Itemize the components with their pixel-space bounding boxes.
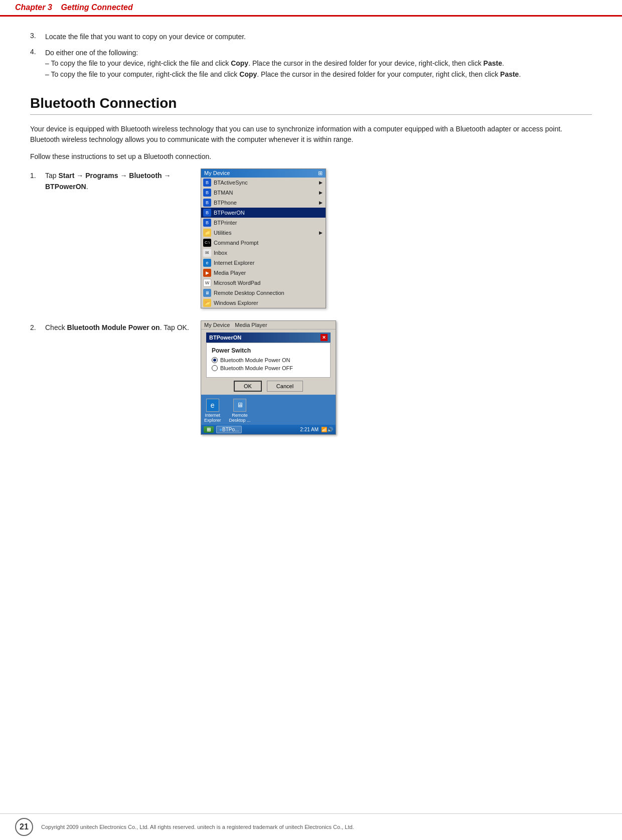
page-container: Chapter 3 Getting Connected 3. Locate th… (0, 0, 622, 840)
menu-item-utilities[interactable]: 📁 Utilities ▶ (201, 228, 326, 238)
bt-icon-btpoweron: B (203, 209, 211, 217)
sc2-radio-row-on[interactable]: Bluetooth Module Power ON (212, 357, 325, 363)
menu-item-btman[interactable]: B BTMAN ▶ (201, 188, 326, 198)
header-chapter: Chapter 3 Getting Connected (15, 3, 133, 12)
sc2-close-button[interactable]: ✕ (321, 334, 328, 341)
menu-label-btphone: BTPhone (214, 200, 237, 206)
menu-item-wordpad[interactable]: W Microsoft WordPad (201, 278, 326, 288)
menu-item-cmdprompt[interactable]: C:\ Command Prompt (201, 238, 326, 248)
sc2-radio-off[interactable] (212, 365, 218, 371)
sc2-radio-off-label: Bluetooth Module Power OFF (220, 365, 293, 371)
sc2-menu-mediaplayer: Media Player (235, 322, 267, 328)
step-2-text: Check Bluetooth Module Power on. Tap OK. (45, 322, 189, 333)
sc2-clock: 2:21 AM (300, 427, 319, 432)
bt-icon-btphone: B (203, 199, 211, 207)
page-number: 21 (15, 818, 33, 836)
chapter-label: Chapter 3 (15, 3, 52, 12)
wp-icon: W (203, 279, 211, 287)
step-3-item: 3. Locate the file that you want to copy… (30, 32, 592, 43)
step-4-text: Do either one of the following: – To cop… (45, 48, 521, 80)
page-header: Chapter 3 Getting Connected (0, 0, 622, 17)
rdp-icon: 🖥 (203, 289, 211, 297)
step-1-screenshot: My Device ⊞ B BTActiveSync ▶ B BTMAN ▶ (201, 169, 341, 308)
menu-label-btprinter: BTPrinter (214, 220, 237, 226)
step-1-row: 1. Tap Start → Programs → Bluetooth →BTP… (30, 169, 592, 308)
content-area: 3. Locate the file that you want to copy… (0, 17, 622, 462)
menu-label-cmdprompt: Command Prompt (214, 240, 258, 246)
sc2-radio-on-label: Bluetooth Module Power ON (220, 357, 290, 363)
menu-item-ie[interactable]: e Internet Explorer (201, 258, 326, 268)
step-2-screenshot: My Device Media Player BTPowerON ✕ Power… (201, 320, 341, 435)
copyright-text: Copyright 2009 unitech Electronics Co., … (41, 824, 354, 830)
sc2-taskbar-bottom: ⊞ ●BTPo... 2:21 AM 📶🔊 (201, 425, 336, 434)
sc2-cancel-button[interactable]: Cancel (267, 381, 303, 392)
sc2-dialog-title: BTPowerON (209, 334, 241, 341)
menu-label-ie: Internet Explorer (214, 260, 254, 266)
sc1-icons: ⊞ (318, 170, 323, 177)
step-3-text: Locate the file that you want to copy on… (45, 32, 246, 43)
ie-icon: e (203, 259, 211, 267)
menu-label-btactivesync: BTActiveSync (214, 180, 248, 186)
menu-item-rdp[interactable]: 🖥 Remote Desktop Connection (201, 288, 326, 298)
sc2-button-row: OK Cancel (206, 381, 331, 392)
menu-label-utilities: Utilities (214, 230, 231, 236)
sc2-start-button[interactable]: ⊞ (204, 426, 214, 433)
sc2-radio-on[interactable] (212, 357, 218, 363)
sc1-title: My Device (204, 170, 230, 176)
menu-item-btphone[interactable]: B BTPhone ▶ (201, 198, 326, 208)
sc2-rdp-label: RemoteDesktop ... (229, 413, 251, 423)
step-3-num: 3. (30, 32, 45, 43)
step-4-item: 4. Do either one of the following: – To … (30, 48, 592, 80)
menu-item-mediaplayer[interactable]: ▶ Media Player (201, 268, 326, 278)
section-divider (30, 114, 592, 115)
step-4-num: 4. (30, 48, 45, 80)
page-footer: 21 Copyright 2009 unitech Electronics Co… (0, 813, 622, 840)
we-icon: 📂 (203, 299, 211, 307)
arrow-activesync: ▶ (319, 180, 323, 185)
menu-item-btprinter[interactable]: B BTPrinter (201, 218, 326, 228)
sc2-power-switch-label: Power Switch (212, 347, 325, 354)
arrow-btphone: ▶ (319, 200, 323, 205)
section-heading: Bluetooth Connection (30, 95, 592, 111)
sc2-rdp-icon: 🖥 (233, 399, 246, 412)
menu-item-inbox[interactable]: ✉ Inbox (201, 248, 326, 258)
bt-icon-btman: B (203, 189, 211, 197)
sc2-dialog-titlebar: BTPowerON ✕ (206, 332, 331, 343)
step-1-left: 1. Tap Start → Programs → Bluetooth →BTP… (30, 169, 191, 192)
sc2-desktop-icon-ie[interactable]: e InternetExplorer (204, 399, 221, 423)
screenshot-menu-1: My Device ⊞ B BTActiveSync ▶ B BTMAN ▶ (201, 169, 326, 308)
sc2-ok-button[interactable]: OK (234, 381, 262, 392)
screenshot-btpoweron: My Device Media Player BTPowerON ✕ Power… (201, 320, 336, 435)
menu-label-btman: BTMAN (214, 190, 233, 196)
arrow-btman: ▶ (319, 190, 323, 195)
step-2-left: 2. Check Bluetooth Module Power on. Tap … (30, 320, 191, 333)
step-2-row: 2. Check Bluetooth Module Power on. Tap … (30, 320, 592, 435)
sc2-radio-row-off[interactable]: Bluetooth Module Power OFF (212, 365, 325, 371)
menu-item-btactivesync[interactable]: B BTActiveSync ▶ (201, 178, 326, 188)
step-1-text: Tap Start → Programs → Bluetooth →BTPowe… (45, 171, 171, 192)
bt-icon-btprinter: B (203, 219, 211, 227)
menu-label-mediaplayer: Media Player (214, 270, 246, 276)
bt-icon-activesync: B (203, 179, 211, 187)
arrow-utilities: ▶ (319, 230, 323, 235)
menu-label-winexplorer: Windows Explorer (214, 300, 258, 306)
sc2-taskbar-icons: 📶🔊 (321, 427, 333, 432)
sc2-dialog-body: Power Switch Bluetooth Module Power ON B… (206, 343, 331, 378)
section-intro: Your device is equipped with Bluetooth w… (30, 124, 592, 145)
sc2-ie-icon: e (206, 399, 219, 412)
menu-item-btpoweron[interactable]: B BTPowerON (201, 208, 326, 218)
sc2-task-btpoweron[interactable]: ●BTPo... (216, 426, 242, 433)
step-1-num: 1. (30, 171, 45, 192)
sc2-ie-label: InternetExplorer (204, 413, 221, 423)
inbox-icon: ✉ (203, 249, 211, 257)
sc2-menu-bar: My Device Media Player (201, 321, 336, 329)
menu-label-rdp: Remote Desktop Connection (214, 290, 284, 296)
menu-label-btpoweron: BTPowerON (214, 210, 245, 216)
menu-item-winexplorer[interactable]: 📂 Windows Explorer (201, 298, 326, 308)
sc2-menu-mydevice: My Device (204, 322, 230, 328)
step-2-num: 2. (30, 322, 45, 333)
menu-label-inbox: Inbox (214, 250, 227, 256)
sc2-desktop-icon-rdp[interactable]: 🖥 RemoteDesktop ... (229, 399, 251, 423)
menu-label-wordpad: Microsoft WordPad (214, 280, 260, 286)
sc2-desktop: e InternetExplorer 🖥 RemoteDesktop ... (201, 395, 336, 425)
